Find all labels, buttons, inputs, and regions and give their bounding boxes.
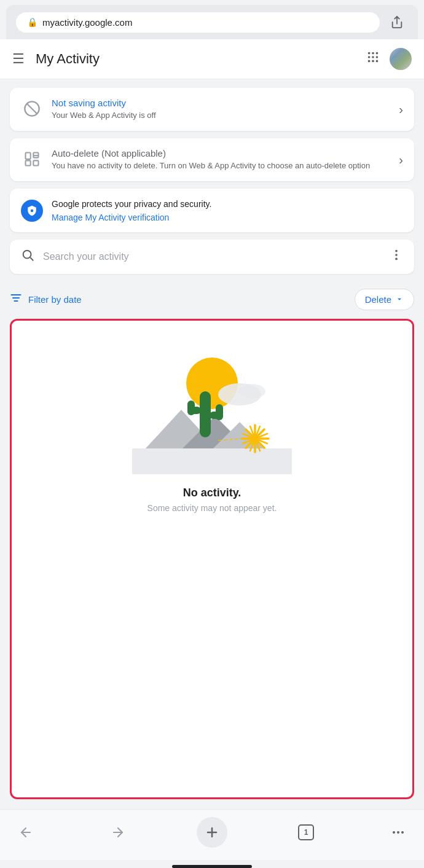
svg-point-9 bbox=[376, 60, 379, 63]
search-more-icon[interactable] bbox=[390, 248, 403, 265]
svg-rect-36 bbox=[187, 401, 195, 415]
more-options-button[interactable] bbox=[385, 819, 412, 846]
svg-rect-15 bbox=[33, 161, 38, 166]
back-button[interactable] bbox=[12, 819, 39, 846]
page-content: ☰ My Activity bbox=[0, 39, 424, 868]
search-icon bbox=[21, 248, 34, 265]
svg-point-47 bbox=[251, 435, 259, 442]
svg-rect-33 bbox=[132, 448, 292, 474]
filter-icon bbox=[10, 292, 22, 307]
avatar[interactable] bbox=[390, 48, 412, 70]
svg-point-20 bbox=[395, 250, 398, 252]
privacy-text: Google protects your privacy and securit… bbox=[52, 198, 403, 222]
auto-delete-card[interactable]: Auto-delete (Not applicable) You have no… bbox=[10, 138, 414, 181]
svg-point-21 bbox=[395, 254, 398, 256]
empty-title: No activity. bbox=[183, 487, 241, 499]
url-bar[interactable]: 🔒 myactivity.google.com bbox=[16, 12, 380, 33]
flower-decoration bbox=[241, 425, 269, 452]
svg-point-22 bbox=[395, 258, 398, 260]
svg-rect-12 bbox=[26, 153, 31, 160]
nav-right bbox=[366, 48, 412, 70]
privacy-main-text: Google protects your privacy and securit… bbox=[52, 198, 403, 211]
svg-point-18 bbox=[23, 251, 31, 259]
auto-delete-title: Auto-delete (Not applicable) bbox=[52, 148, 390, 158]
svg-point-7 bbox=[368, 60, 371, 63]
nav-left: ☰ My Activity bbox=[12, 51, 100, 67]
svg-line-19 bbox=[30, 257, 33, 260]
svg-point-54 bbox=[397, 831, 399, 834]
lock-icon: 🔒 bbox=[27, 17, 37, 27]
privacy-card: Google protects your privacy and securit… bbox=[10, 189, 414, 232]
svg-point-3 bbox=[376, 52, 379, 55]
browser-bar: 🔒 myactivity.google.com bbox=[6, 5, 418, 39]
svg-point-17 bbox=[31, 209, 34, 212]
auto-delete-icon-wrap bbox=[21, 148, 43, 170]
svg-rect-13 bbox=[26, 161, 31, 166]
page-title: My Activity bbox=[36, 51, 100, 67]
search-placeholder-text[interactable]: Search your activity bbox=[43, 251, 381, 262]
delete-button[interactable]: Delete bbox=[355, 289, 414, 310]
tab-count-button[interactable]: 1 bbox=[292, 819, 320, 846]
svg-point-4 bbox=[368, 56, 371, 58]
svg-point-1 bbox=[368, 52, 371, 55]
svg-rect-34 bbox=[200, 391, 211, 437]
auto-delete-text: Auto-delete (Not applicable) You have no… bbox=[52, 148, 390, 171]
svg-rect-38 bbox=[216, 404, 223, 420]
svg-point-29 bbox=[238, 384, 265, 399]
svg-point-6 bbox=[376, 56, 379, 58]
hamburger-button[interactable]: ☰ bbox=[12, 51, 25, 67]
auto-delete-arrow: › bbox=[399, 153, 403, 167]
svg-line-11 bbox=[27, 104, 37, 114]
svg-point-8 bbox=[372, 60, 374, 63]
filter-row: Filter by date Delete bbox=[0, 283, 424, 316]
shield-icon bbox=[21, 200, 43, 222]
top-nav: ☰ My Activity bbox=[0, 39, 424, 79]
empty-state-card: No activity. Some activity may not appea… bbox=[10, 319, 414, 799]
url-text: myactivity.google.com bbox=[42, 17, 132, 28]
svg-point-5 bbox=[372, 56, 374, 58]
bottom-nav: 1 bbox=[0, 809, 424, 860]
cards-area: Not saving activity Your Web & App Activ… bbox=[0, 79, 424, 283]
svg-point-2 bbox=[372, 52, 374, 55]
home-indicator bbox=[172, 865, 252, 868]
tab-count: 1 bbox=[298, 824, 314, 840]
not-saving-title: Not saving activity bbox=[52, 98, 390, 108]
empty-illustration bbox=[132, 339, 292, 474]
new-tab-button[interactable] bbox=[197, 817, 227, 848]
auto-delete-subtitle: You have no activity to delete. Turn on … bbox=[52, 160, 390, 171]
manage-activity-link[interactable]: Manage My Activity verification bbox=[52, 213, 403, 222]
filter-left: Filter by date bbox=[10, 292, 82, 307]
svg-point-53 bbox=[393, 831, 395, 834]
share-button[interactable] bbox=[386, 11, 408, 33]
apps-grid-icon[interactable] bbox=[366, 50, 380, 68]
not-saving-text: Not saving activity Your Web & App Activ… bbox=[52, 98, 390, 121]
search-bar-card[interactable]: Search your activity bbox=[10, 240, 414, 274]
not-saving-arrow: › bbox=[399, 103, 403, 117]
not-saving-subtitle: Your Web & App Activity is off bbox=[52, 110, 390, 121]
empty-subtitle: Some activity may not appear yet. bbox=[147, 503, 277, 513]
delete-label: Delete bbox=[365, 294, 391, 305]
forward-button[interactable] bbox=[104, 819, 132, 846]
not-saving-icon-wrap bbox=[21, 98, 43, 120]
not-saving-card[interactable]: Not saving activity Your Web & App Activ… bbox=[10, 88, 414, 131]
filter-label[interactable]: Filter by date bbox=[28, 294, 82, 305]
svg-point-55 bbox=[401, 831, 404, 834]
